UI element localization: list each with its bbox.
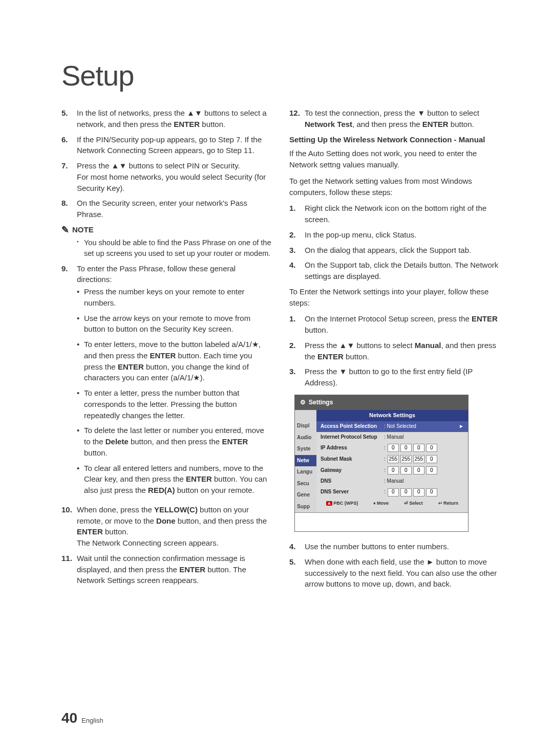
row-value: : Not Selected (384, 423, 457, 430)
access-point-row[interactable]: Access Point Selection : Not Selected ► (316, 421, 468, 432)
delete-label: Delete (105, 437, 129, 446)
text: button. (305, 326, 328, 334)
row-label: Gateway (321, 467, 382, 474)
step-body: Press the ▼ button to go to the first en… (305, 366, 499, 388)
ip-octet[interactable]: 0 (400, 488, 412, 496)
chevron-right-icon: ► (459, 423, 464, 430)
note-label: NOTE (72, 224, 94, 235)
ip-octet[interactable]: 0 (413, 488, 424, 496)
step-body: Press the ▲▼ buttons to select PIN or Se… (77, 160, 271, 193)
step-body: On the dialog that appears, click the Su… (305, 245, 499, 256)
text: To enter the Pass Phrase, follow these g… (77, 263, 271, 286)
sidebar-item[interactable]: Displ (295, 420, 316, 432)
paragraph: To get the Network setting values from m… (289, 176, 499, 198)
screenshot-title: Settings (309, 398, 333, 407)
settings-panel: Network Settings Access Point Selection … (316, 410, 468, 512)
gear-icon: ⚙ (300, 398, 306, 407)
move-label: Move (377, 501, 389, 506)
right-column: 12. To test the connection, press the ▼ … (289, 107, 499, 594)
step-number: 11. (61, 553, 77, 586)
text: On the Internet Protocol Setup screen, p… (305, 314, 472, 323)
ip-octet[interactable]: 0 (388, 488, 399, 496)
row-label: DNS Server (321, 488, 382, 496)
text: button. (200, 120, 225, 128)
sidebar-item[interactable]: Secu (295, 478, 316, 490)
settings-screenshot: ⚙ Settings Displ Audio Syste Netw Langu … (294, 395, 469, 532)
sidebar-item[interactable]: Supp (295, 501, 316, 513)
text: , and then press the (352, 120, 422, 128)
step-number: 8. (61, 198, 77, 220)
left-column: 5. In the list of networks, press the ▲▼… (61, 107, 271, 594)
text: Press the ▲▼ buttons to select PIN or Se… (77, 160, 271, 171)
ip-octet[interactable]: 0 (426, 444, 437, 452)
ip-octet[interactable]: 255 (400, 455, 412, 463)
step-number: 2. (289, 340, 305, 362)
page-language: English (81, 717, 103, 724)
page-number: 40 (61, 710, 77, 726)
ip-octet[interactable]: 255 (388, 455, 399, 463)
page-title: Setup (61, 59, 499, 92)
step-body: If the PIN/Security pop-up appears, go t… (77, 134, 271, 157)
sidebar-item[interactable]: Gene (295, 489, 316, 501)
subnet-mask-row[interactable]: Subnet Mask : 255 255 255 0 (316, 453, 468, 465)
subsection-heading: Setting Up the Wireless Network Connecti… (289, 134, 499, 145)
red-a-button-icon: A (326, 501, 332, 506)
sidebar-item-selected[interactable]: Netw (295, 455, 316, 467)
text: To enter letters, move to the button lab… (84, 339, 271, 383)
text: When done, press the (77, 505, 154, 514)
step-body: On the Internet Protocol Setup screen, p… (305, 313, 499, 336)
text: Use the arrow keys on your remote to mov… (84, 313, 271, 335)
text: The Network Connecting screen appears. (77, 537, 271, 549)
ip-octet[interactable]: 0 (426, 455, 437, 463)
ip-octet[interactable]: 0 (413, 466, 424, 474)
step-number: 1. (289, 313, 305, 336)
ip-octet[interactable]: 0 (388, 466, 399, 474)
manual-label: Manual (415, 341, 441, 350)
return-label: Return (443, 501, 458, 506)
sidebar-item[interactable]: Audio (295, 432, 316, 444)
step-body: To enter the Pass Phrase, follow these g… (77, 263, 271, 500)
enter-label: ENTER (77, 527, 103, 536)
step-number: 5. (289, 556, 305, 590)
gateway-row[interactable]: Gateway : 0 0 0 0 (316, 465, 468, 476)
step-number: 10. (61, 504, 77, 549)
step-number: 12. (289, 107, 305, 130)
step-number: 1. (289, 203, 305, 225)
sidebar-item[interactable]: Langu (295, 466, 316, 478)
enter-label: ENTER (150, 351, 176, 360)
done-label: Done (156, 516, 176, 525)
bullet-icon: • (77, 286, 84, 309)
ip-address-row[interactable]: IP Address : 0 0 0 0 (316, 442, 468, 453)
enter-label: ENTER (174, 120, 200, 128)
ip-octet[interactable]: 0 (426, 466, 437, 474)
row-value: : Manual (384, 434, 464, 441)
text: button. (103, 527, 129, 536)
ip-octet[interactable]: 0 (400, 466, 412, 474)
ip-octet[interactable]: 0 (426, 488, 437, 496)
text: button. (344, 352, 369, 361)
row-value: : Manual (384, 478, 464, 485)
ip-octet[interactable]: 0 (388, 444, 399, 452)
step-body: When done, press the YELLOW(C) button on… (77, 504, 271, 549)
row-label: IP Address (321, 444, 382, 452)
text: To delete the last letter or number you … (84, 425, 271, 458)
internet-protocol-row[interactable]: Internet Protocol Setup : Manual (316, 432, 468, 443)
text: Press the ▲▼ buttons to select (305, 341, 415, 350)
paragraph: To Enter the Network settings into your … (289, 286, 499, 309)
ip-octet[interactable]: 0 (413, 444, 424, 452)
enter-icon: ⏎ (404, 501, 408, 506)
step-body: On the Support tab, click the Details bu… (305, 260, 499, 282)
dns-server-row[interactable]: DNS Server : 0 0 0 0 (316, 487, 468, 498)
ip-octet[interactable]: 0 (400, 444, 412, 452)
enter-label: ENTER (118, 362, 144, 371)
note-text: You should be able to find the Pass Phra… (84, 237, 271, 259)
ip-octet[interactable]: 255 (413, 455, 424, 463)
enter-label: ENTER (186, 474, 212, 483)
text: For most home networks, you would select… (77, 171, 271, 194)
step-body: In the list of networks, press the ▲▼ bu… (77, 107, 271, 130)
step-body: On the Security screen, enter your netwo… (77, 198, 271, 220)
dns-row[interactable]: DNS : Manual (316, 476, 468, 487)
step-body: Use the number buttons to enter numbers. (305, 541, 499, 552)
sidebar-item[interactable]: Syste (295, 443, 316, 455)
text: button. (84, 448, 108, 457)
